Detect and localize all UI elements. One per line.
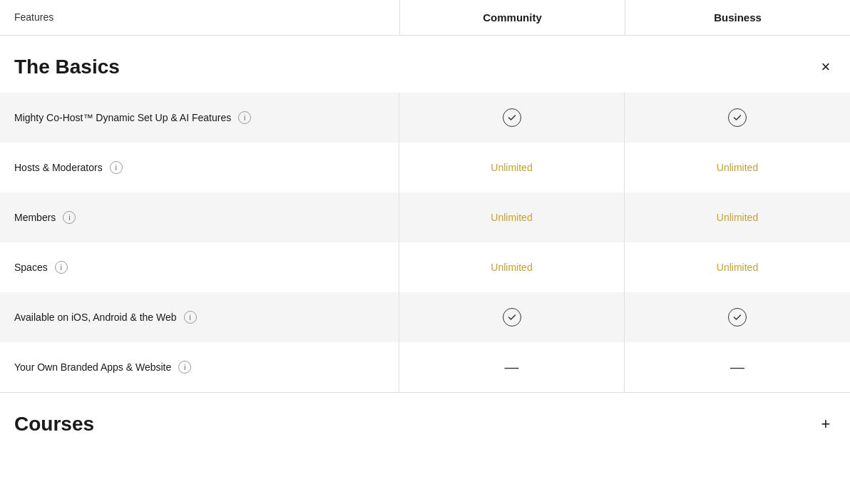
basics-section-header[interactable]: The Basics ×	[0, 36, 850, 93]
basics-section-title: The Basics	[14, 56, 120, 78]
check-icon-business	[728, 308, 747, 326]
unlimited-label: Unlimited	[717, 262, 758, 273]
feature-name-cell: Hosts & Moderators i	[0, 143, 399, 192]
unlimited-label: Unlimited	[491, 262, 532, 273]
business-value-cell: —	[625, 342, 850, 392]
unlimited-label: Unlimited	[717, 162, 758, 173]
feature-name: Available on iOS, Android & the Web	[14, 312, 177, 323]
community-value-cell	[399, 93, 625, 143]
basics-toggle-icon[interactable]: ×	[816, 57, 836, 77]
community-value-cell	[399, 292, 625, 342]
info-icon[interactable]: i	[184, 311, 197, 324]
community-value-cell: Unlimited	[399, 143, 625, 192]
info-icon[interactable]: i	[178, 361, 191, 374]
business-value-cell	[625, 292, 850, 342]
feature-row-mighty-cohost: Mighty Co-Host™ Dynamic Set Up & AI Feat…	[0, 93, 850, 143]
feature-name-cell: Members i	[0, 192, 399, 242]
feature-name-cell: Spaces i	[0, 242, 399, 292]
feature-row-spaces: Spaces i Unlimited Unlimited	[0, 242, 850, 292]
feature-row-hosts-moderators: Hosts & Moderators i Unlimited Unlimited	[0, 143, 850, 192]
comparison-table: Features Community Business The Basics ×…	[0, 0, 850, 450]
feature-row-members: Members i Unlimited Unlimited	[0, 192, 850, 242]
features-column-header: Features	[0, 0, 399, 35]
feature-name-cell: Mighty Co-Host™ Dynamic Set Up & AI Feat…	[0, 93, 399, 143]
feature-row-available-ios: Available on iOS, Android & the Web i	[0, 292, 850, 342]
feature-name-cell: Your Own Branded Apps & Website i	[0, 342, 399, 392]
feature-name: Hosts & Moderators	[14, 162, 103, 173]
check-icon-business	[728, 108, 747, 127]
info-icon[interactable]: i	[55, 261, 68, 274]
dash-symbol: —	[505, 359, 519, 376]
courses-toggle-icon[interactable]: +	[816, 414, 836, 434]
dash-symbol: —	[730, 359, 744, 376]
courses-section-title: Courses	[14, 413, 94, 436]
business-column-header: Business	[625, 0, 850, 35]
community-value-cell: Unlimited	[399, 242, 625, 292]
unlimited-label: Unlimited	[717, 212, 758, 223]
unlimited-label: Unlimited	[491, 162, 532, 173]
feature-name: Your Own Branded Apps & Website	[14, 361, 171, 373]
check-icon-community	[503, 108, 521, 127]
community-value-cell: —	[399, 342, 625, 392]
business-value-cell: Unlimited	[625, 242, 850, 292]
header-row: Features Community Business	[0, 0, 850, 36]
courses-section-header[interactable]: Courses +	[0, 393, 850, 450]
info-icon[interactable]: i	[110, 161, 123, 174]
feature-name: Spaces	[14, 262, 48, 273]
business-value-cell: Unlimited	[625, 192, 850, 242]
unlimited-label: Unlimited	[491, 212, 532, 223]
info-icon[interactable]: i	[63, 211, 76, 224]
feature-name-cell: Available on iOS, Android & the Web i	[0, 292, 399, 342]
feature-row-branded-apps: Your Own Branded Apps & Website i — —	[0, 342, 850, 392]
community-column-header: Community	[399, 0, 625, 35]
business-value-cell: Unlimited	[625, 143, 850, 192]
community-value-cell: Unlimited	[399, 192, 625, 242]
check-icon-community	[503, 308, 521, 326]
courses-section: Courses +	[0, 392, 850, 450]
feature-name: Mighty Co-Host™ Dynamic Set Up & AI Feat…	[14, 112, 231, 123]
feature-name: Members	[14, 212, 56, 223]
info-icon[interactable]: i	[238, 111, 251, 124]
business-value-cell	[625, 93, 850, 143]
